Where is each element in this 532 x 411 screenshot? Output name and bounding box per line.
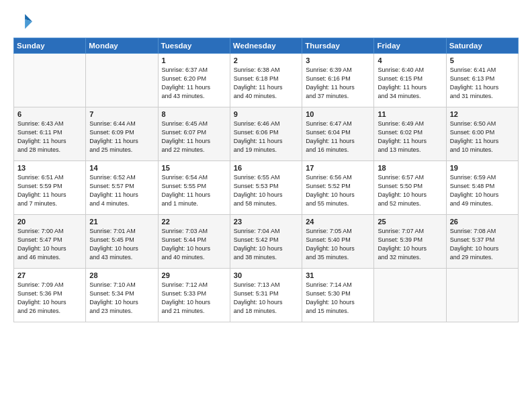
day-of-week-header: Tuesday: [158, 38, 230, 54]
calendar-cell: 1Sunrise: 6:37 AM Sunset: 6:20 PM Daylig…: [158, 54, 230, 107]
logo: [13, 12, 35, 31]
day-number: 9: [234, 110, 298, 118]
calendar-cell: 4Sunrise: 6:40 AM Sunset: 6:15 PM Daylig…: [374, 54, 446, 107]
day-info: Sunrise: 7:00 AM Sunset: 5:47 PM Dayligh…: [17, 227, 82, 262]
calendar-cell: 21Sunrise: 7:01 AM Sunset: 5:45 PM Dayli…: [86, 215, 158, 269]
day-info: Sunrise: 6:40 AM Sunset: 6:15 PM Dayligh…: [378, 66, 442, 101]
calendar-week-row: 20Sunrise: 7:00 AM Sunset: 5:47 PM Dayli…: [14, 215, 519, 269]
calendar-week-row: 13Sunrise: 6:51 AM Sunset: 5:59 PM Dayli…: [14, 161, 519, 215]
day-number: 5: [450, 56, 515, 64]
logo-icon: [13, 12, 32, 31]
calendar-cell: 22Sunrise: 7:03 AM Sunset: 5:44 PM Dayli…: [158, 215, 230, 269]
calendar-cell: 28Sunrise: 7:10 AM Sunset: 5:34 PM Dayli…: [86, 269, 158, 322]
calendar-cell: 13Sunrise: 6:51 AM Sunset: 5:59 PM Dayli…: [14, 161, 86, 215]
calendar-cell: 14Sunrise: 6:52 AM Sunset: 5:57 PM Dayli…: [86, 161, 158, 215]
calendar-week-row: 1Sunrise: 6:37 AM Sunset: 6:20 PM Daylig…: [14, 54, 519, 107]
calendar-cell: 7Sunrise: 6:44 AM Sunset: 6:09 PM Daylig…: [86, 107, 158, 161]
day-info: Sunrise: 7:07 AM Sunset: 5:39 PM Dayligh…: [378, 227, 442, 262]
calendar-cell: 29Sunrise: 7:12 AM Sunset: 5:33 PM Dayli…: [158, 269, 230, 322]
calendar-cell: 19Sunrise: 6:59 AM Sunset: 5:48 PM Dayli…: [446, 161, 518, 215]
day-info: Sunrise: 7:03 AM Sunset: 5:44 PM Dayligh…: [162, 227, 226, 262]
day-number: 6: [17, 110, 82, 118]
day-number: 3: [306, 56, 370, 64]
day-info: Sunrise: 6:55 AM Sunset: 5:53 PM Dayligh…: [234, 173, 298, 208]
day-info: Sunrise: 7:05 AM Sunset: 5:40 PM Dayligh…: [306, 227, 370, 262]
calendar-cell: 24Sunrise: 7:05 AM Sunset: 5:40 PM Dayli…: [302, 215, 374, 269]
day-info: Sunrise: 6:46 AM Sunset: 6:06 PM Dayligh…: [234, 120, 298, 154]
day-info: Sunrise: 6:44 AM Sunset: 6:09 PM Dayligh…: [89, 120, 154, 154]
day-info: Sunrise: 7:09 AM Sunset: 5:36 PM Dayligh…: [17, 281, 82, 316]
calendar-cell: 10Sunrise: 6:47 AM Sunset: 6:04 PM Dayli…: [302, 107, 374, 161]
day-number: 16: [234, 164, 298, 172]
day-number: 31: [306, 271, 370, 279]
calendar-cell: [14, 54, 86, 107]
calendar-cell: 15Sunrise: 6:54 AM Sunset: 5:55 PM Dayli…: [158, 161, 230, 215]
calendar-cell: 2Sunrise: 6:38 AM Sunset: 6:18 PM Daylig…: [230, 54, 302, 107]
day-number: 18: [378, 164, 442, 172]
day-info: Sunrise: 7:01 AM Sunset: 5:45 PM Dayligh…: [89, 227, 154, 262]
calendar-table: SundayMondayTuesdayWednesdayThursdayFrid…: [13, 38, 519, 322]
day-info: Sunrise: 6:37 AM Sunset: 6:20 PM Dayligh…: [162, 66, 226, 101]
calendar-cell: 12Sunrise: 6:50 AM Sunset: 6:00 PM Dayli…: [446, 107, 518, 161]
day-number: 22: [162, 218, 226, 226]
day-number: 28: [89, 271, 154, 279]
day-number: 15: [162, 164, 226, 172]
day-info: Sunrise: 6:49 AM Sunset: 6:02 PM Dayligh…: [378, 120, 442, 154]
day-number: 27: [17, 271, 82, 279]
calendar-cell: 9Sunrise: 6:46 AM Sunset: 6:06 PM Daylig…: [230, 107, 302, 161]
day-number: 13: [17, 164, 82, 172]
calendar-cell: 6Sunrise: 6:43 AM Sunset: 6:11 PM Daylig…: [14, 107, 86, 161]
calendar-cell: 8Sunrise: 6:45 AM Sunset: 6:07 PM Daylig…: [158, 107, 230, 161]
calendar-week-row: 27Sunrise: 7:09 AM Sunset: 5:36 PM Dayli…: [14, 269, 519, 322]
calendar-cell: 23Sunrise: 7:04 AM Sunset: 5:42 PM Dayli…: [230, 215, 302, 269]
day-number: 29: [162, 271, 226, 279]
calendar-cell: 31Sunrise: 7:14 AM Sunset: 5:30 PM Dayli…: [302, 269, 374, 322]
day-number: 23: [234, 218, 298, 226]
day-info: Sunrise: 6:38 AM Sunset: 6:18 PM Dayligh…: [234, 66, 298, 101]
day-of-week-header: Sunday: [14, 38, 86, 54]
day-number: 19: [450, 164, 515, 172]
day-number: 17: [306, 164, 370, 172]
calendar-cell: 3Sunrise: 6:39 AM Sunset: 6:16 PM Daylig…: [302, 54, 374, 107]
day-info: Sunrise: 7:10 AM Sunset: 5:34 PM Dayligh…: [89, 281, 154, 316]
day-info: Sunrise: 6:59 AM Sunset: 5:48 PM Dayligh…: [450, 173, 515, 208]
day-of-week-header: Monday: [86, 38, 158, 54]
day-number: 1: [162, 56, 226, 64]
calendar-cell: 27Sunrise: 7:09 AM Sunset: 5:36 PM Dayli…: [14, 269, 86, 322]
day-number: 4: [378, 56, 442, 64]
day-info: Sunrise: 6:45 AM Sunset: 6:07 PM Dayligh…: [162, 120, 226, 154]
day-info: Sunrise: 6:39 AM Sunset: 6:16 PM Dayligh…: [306, 66, 370, 101]
calendar-cell: [86, 54, 158, 107]
day-info: Sunrise: 6:47 AM Sunset: 6:04 PM Dayligh…: [306, 120, 370, 154]
calendar-header-row: SundayMondayTuesdayWednesdayThursdayFrid…: [14, 38, 519, 54]
day-info: Sunrise: 6:54 AM Sunset: 5:55 PM Dayligh…: [162, 173, 226, 208]
day-of-week-header: Wednesday: [230, 38, 302, 54]
day-number: 2: [234, 56, 298, 64]
calendar-cell: 20Sunrise: 7:00 AM Sunset: 5:47 PM Dayli…: [14, 215, 86, 269]
calendar-cell: 30Sunrise: 7:13 AM Sunset: 5:31 PM Dayli…: [230, 269, 302, 322]
day-info: Sunrise: 7:12 AM Sunset: 5:33 PM Dayligh…: [162, 281, 226, 316]
calendar-cell: [446, 269, 518, 322]
day-of-week-header: Saturday: [446, 38, 518, 54]
page: SundayMondayTuesdayWednesdayThursdayFrid…: [0, 0, 532, 411]
day-number: 24: [306, 218, 370, 226]
day-info: Sunrise: 6:43 AM Sunset: 6:11 PM Dayligh…: [17, 120, 82, 154]
day-of-week-header: Thursday: [302, 38, 374, 54]
day-info: Sunrise: 6:57 AM Sunset: 5:50 PM Dayligh…: [378, 173, 442, 208]
day-number: 8: [162, 110, 226, 118]
day-number: 20: [17, 218, 82, 226]
calendar-cell: 5Sunrise: 6:41 AM Sunset: 6:13 PM Daylig…: [446, 54, 518, 107]
day-info: Sunrise: 7:08 AM Sunset: 5:37 PM Dayligh…: [450, 227, 515, 262]
day-info: Sunrise: 6:51 AM Sunset: 5:59 PM Dayligh…: [17, 173, 82, 208]
day-info: Sunrise: 6:50 AM Sunset: 6:00 PM Dayligh…: [450, 120, 515, 154]
calendar-cell: 26Sunrise: 7:08 AM Sunset: 5:37 PM Dayli…: [446, 215, 518, 269]
header: [13, 12, 519, 31]
day-number: 14: [89, 164, 154, 172]
day-info: Sunrise: 6:41 AM Sunset: 6:13 PM Dayligh…: [450, 66, 515, 101]
day-number: 10: [306, 110, 370, 118]
day-number: 30: [234, 271, 298, 279]
day-number: 25: [378, 218, 442, 226]
calendar-cell: 11Sunrise: 6:49 AM Sunset: 6:02 PM Dayli…: [374, 107, 446, 161]
calendar-week-row: 6Sunrise: 6:43 AM Sunset: 6:11 PM Daylig…: [14, 107, 519, 161]
day-info: Sunrise: 7:14 AM Sunset: 5:30 PM Dayligh…: [306, 281, 370, 316]
